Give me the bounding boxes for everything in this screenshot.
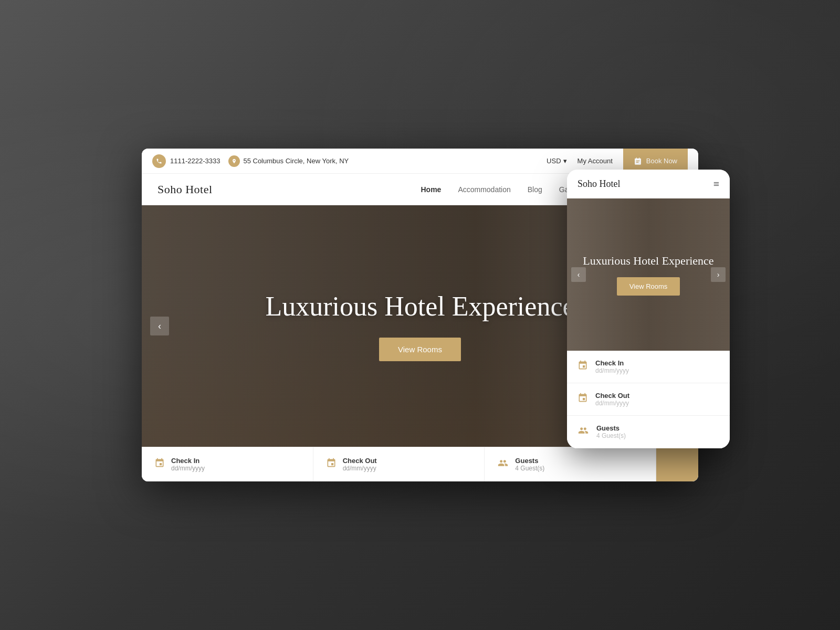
- mobile-checkout-info: Check Out dd/mm/yyyy: [595, 392, 629, 407]
- currency-label: USD: [547, 157, 561, 165]
- booking-extra-area: [656, 447, 698, 481]
- mobile-hero-title: Luxurious Hotel Experience: [583, 254, 713, 269]
- location-icon: [228, 155, 240, 167]
- mobile-guests-label: Guests: [596, 424, 626, 432]
- mobile-checkin-info: Check In dd/mm/yyyy: [595, 359, 629, 374]
- mobile-checkin-icon: [578, 360, 588, 373]
- mobile-checkout-icon: [578, 393, 588, 406]
- currency-selector[interactable]: USD ▾: [547, 157, 566, 165]
- mobile-hero-next-button[interactable]: ›: [711, 267, 726, 282]
- guests-field[interactable]: Guests 4 Guest(s): [485, 447, 656, 481]
- hero-prev-icon: ‹: [158, 321, 161, 332]
- mobile-next-icon: ›: [717, 270, 720, 279]
- view-rooms-button[interactable]: View Rooms: [379, 338, 461, 361]
- checkout-info: Check Out dd/mm/yyyy: [343, 457, 377, 472]
- address-text: 55 Columbus Circle, New York, NY: [243, 157, 349, 165]
- hero-content: Luxurious Hotel Experience View Rooms: [265, 291, 574, 362]
- mobile-booking-section: Check In dd/mm/yyyy Check Out dd/mm/yyyy: [567, 351, 730, 448]
- checkout-icon: [326, 458, 337, 471]
- guests-value: 4 Guest(s): [515, 465, 544, 472]
- mobile-menu-icon[interactable]: ≡: [713, 178, 719, 190]
- currency-dropdown-icon: ▾: [563, 157, 567, 165]
- mobile-mockup: Soho Hotel ≡ ‹ Luxurious Hotel Experienc…: [567, 170, 730, 448]
- mobile-checkin-placeholder: dd/mm/yyyy: [595, 367, 629, 374]
- hotel-logo: Soho Hotel: [158, 183, 213, 196]
- book-now-label: Book Now: [646, 157, 677, 165]
- my-account-link[interactable]: My Account: [578, 157, 613, 165]
- guests-icon: [497, 458, 509, 471]
- nav-accommodation[interactable]: Accommodation: [458, 185, 510, 194]
- guests-label: Guests: [515, 457, 544, 465]
- checkin-info: Check In dd/mm/yyyy: [171, 457, 205, 472]
- phone-number: 1111-2222-3333: [170, 157, 220, 165]
- nav-home[interactable]: Home: [421, 185, 441, 194]
- mobile-guests-icon: [578, 425, 589, 438]
- mobile-guests-info: Guests 4 Guest(s): [596, 424, 626, 439]
- scene-container: 1111-2222-3333 55 Columbus Circle, New Y…: [142, 149, 698, 481]
- guests-info: Guests 4 Guest(s): [515, 457, 544, 472]
- mobile-view-rooms-button[interactable]: View Rooms: [617, 277, 680, 296]
- mobile-checkout-field[interactable]: Check Out dd/mm/yyyy: [567, 383, 730, 416]
- checkout-label: Check Out: [343, 457, 377, 465]
- nav-blog[interactable]: Blog: [528, 185, 542, 194]
- mobile-hero-section: ‹ Luxurious Hotel Experience View Rooms …: [567, 198, 730, 351]
- mobile-checkin-label: Check In: [595, 359, 629, 367]
- mobile-nav: Soho Hotel ≡: [567, 170, 730, 198]
- phone-icon: [152, 154, 166, 168]
- mobile-guests-value: 4 Guest(s): [596, 432, 626, 439]
- hero-title: Luxurious Hotel Experience: [265, 291, 574, 322]
- mobile-prev-icon: ‹: [578, 270, 580, 279]
- checkin-label: Check In: [171, 457, 205, 465]
- mobile-checkout-placeholder: dd/mm/yyyy: [595, 400, 629, 407]
- mobile-guests-field[interactable]: Guests 4 Guest(s): [567, 416, 730, 448]
- address-badge: 55 Columbus Circle, New York, NY: [228, 155, 349, 167]
- mobile-hero-content: Luxurious Hotel Experience View Rooms: [583, 254, 713, 296]
- hero-prev-button[interactable]: ‹: [150, 317, 169, 335]
- checkin-field[interactable]: Check In dd/mm/yyyy: [142, 447, 313, 481]
- phone-badge: 1111-2222-3333: [152, 154, 220, 168]
- mobile-checkout-label: Check Out: [595, 392, 629, 400]
- mobile-checkin-field[interactable]: Check In dd/mm/yyyy: [567, 351, 730, 383]
- checkout-placeholder: dd/mm/yyyy: [343, 465, 377, 472]
- mobile-hero-prev-button[interactable]: ‹: [571, 267, 586, 282]
- checkin-icon: [154, 458, 165, 471]
- mobile-hotel-logo: Soho Hotel: [578, 178, 621, 190]
- checkin-placeholder: dd/mm/yyyy: [171, 465, 205, 472]
- booking-bar: Check In dd/mm/yyyy Check Out dd/mm/yyyy: [142, 447, 698, 481]
- checkout-field[interactable]: Check Out dd/mm/yyyy: [313, 447, 485, 481]
